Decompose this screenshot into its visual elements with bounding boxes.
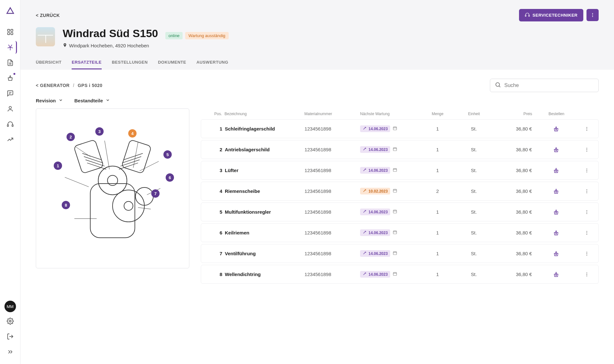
svg-line-34 xyxy=(122,157,141,163)
maintenance-pill: 14.06.2023 xyxy=(360,146,390,153)
svg-rect-21 xyxy=(529,15,530,16)
diagram-marker-3[interactable]: 3 xyxy=(95,127,104,136)
cell-menge: 2 xyxy=(421,188,454,194)
col-pos: Pos. xyxy=(206,112,222,116)
order-button[interactable] xyxy=(534,230,578,236)
table-row[interactable]: 7Ventilführung123456189814.06.20231St.36… xyxy=(201,244,599,263)
search-box[interactable] xyxy=(490,79,599,92)
svg-rect-16 xyxy=(7,125,8,127)
wrench-icon xyxy=(363,126,366,131)
header-more-button[interactable] xyxy=(586,9,599,21)
row-more-button[interactable] xyxy=(580,126,593,131)
row-more-button[interactable] xyxy=(580,251,593,256)
table-row[interactable]: 6Keilriemen123456189814.06.20231St.36,80… xyxy=(201,223,599,242)
table-row[interactable]: 8Wellendichtring123456189814.06.20231St.… xyxy=(201,265,599,284)
calendar-icon[interactable] xyxy=(393,251,397,256)
order-button[interactable] xyxy=(534,271,578,278)
cell-pos: 3 xyxy=(206,168,222,173)
cell-menge: 1 xyxy=(421,168,454,173)
cell-material: 1234561898 xyxy=(304,209,358,215)
diagram-marker-8[interactable]: 8 xyxy=(62,201,70,209)
order-button[interactable] xyxy=(534,250,578,257)
nav-basket[interactable] xyxy=(4,72,17,84)
order-button[interactable] xyxy=(534,167,578,174)
table-row[interactable]: 2Antriebslagerschild123456189814.06.2023… xyxy=(201,140,599,159)
svg-line-8 xyxy=(10,45,12,47)
row-more-button[interactable] xyxy=(580,230,593,235)
calendar-icon[interactable] xyxy=(393,230,397,235)
calendar-icon[interactable] xyxy=(393,126,397,131)
svg-line-29 xyxy=(82,154,101,160)
row-more-button[interactable] xyxy=(580,272,593,277)
cell-name: Ventilführung xyxy=(225,251,302,256)
nav-analytics[interactable] xyxy=(4,133,17,146)
nav-dashboard[interactable] xyxy=(4,26,17,38)
diagram-marker-1[interactable]: 1 xyxy=(54,162,62,170)
diagram-marker-7[interactable]: 7 xyxy=(151,189,160,198)
row-more-button[interactable] xyxy=(580,147,593,152)
nav-support[interactable] xyxy=(4,118,17,131)
filter-bestandteile[interactable]: Bestandteile xyxy=(75,98,110,103)
cell-einheit: St. xyxy=(457,230,491,235)
diagram-marker-2[interactable]: 2 xyxy=(67,133,75,141)
nav-user[interactable] xyxy=(4,102,17,115)
breadcrumb[interactable]: < GENERATOR / GPS i 5020 xyxy=(36,83,102,88)
servicetechniker-button[interactable]: SERVICETECHNIKER xyxy=(519,9,583,21)
svg-rect-99 xyxy=(393,252,397,255)
tab-dokumente[interactable]: DOKUMENTE xyxy=(158,56,186,69)
cell-einheit: St. xyxy=(457,209,491,215)
calendar-icon[interactable] xyxy=(393,188,397,194)
nav-messages[interactable] xyxy=(4,87,17,100)
diagram-marker-5[interactable]: 5 xyxy=(163,150,172,159)
svg-point-112 xyxy=(586,273,587,273)
cell-preis: 36,80 € xyxy=(493,272,532,277)
calendar-icon[interactable] xyxy=(393,209,397,215)
nav-settings[interactable] xyxy=(4,315,17,328)
diagram-marker-6[interactable]: 6 xyxy=(166,173,174,182)
diagram-marker-4[interactable]: 4 xyxy=(128,129,137,138)
order-button[interactable] xyxy=(534,146,578,153)
order-button[interactable] xyxy=(534,209,578,215)
calendar-icon[interactable] xyxy=(393,147,397,152)
cell-material: 1234561898 xyxy=(304,126,358,131)
nav-logout[interactable] xyxy=(4,330,17,343)
svg-point-39 xyxy=(124,202,133,210)
maintenance-pill: 14.06.2023 xyxy=(360,229,390,236)
nav-documents[interactable] xyxy=(4,56,17,69)
row-more-button[interactable] xyxy=(580,168,593,173)
col-einheit: Einheit xyxy=(457,112,491,116)
filter-revision-label: Revision xyxy=(36,98,56,103)
tab-auswertung[interactable]: AUSWERTUNG xyxy=(196,56,228,69)
table-row[interactable]: 3Lüfter123456189814.06.20231St.36,80 € xyxy=(201,161,599,180)
table-row[interactable]: 1Schleifringlagerschild123456189814.06.2… xyxy=(201,119,599,138)
svg-point-98 xyxy=(586,234,587,234)
calendar-icon[interactable] xyxy=(393,272,397,277)
maintenance-pill: 14.06.2023 xyxy=(360,250,390,257)
svg-point-87 xyxy=(556,212,557,213)
nav-windrad[interactable] xyxy=(4,41,17,54)
filter-revision[interactable]: Revision xyxy=(36,98,63,103)
row-more-button[interactable] xyxy=(580,210,593,215)
nav-expand[interactable] xyxy=(4,345,17,358)
tab-bestellungen[interactable]: BESTELLUNGEN xyxy=(112,56,148,69)
order-button[interactable] xyxy=(534,188,578,194)
breadcrumb-parent[interactable]: < GENERATOR xyxy=(36,83,70,88)
tab-ersatzteile[interactable]: ERSATZTEILE xyxy=(72,56,101,69)
cell-preis: 36,80 € xyxy=(493,147,532,152)
table-row[interactable]: 4Riemenscheibe123456189810.02.20232St.36… xyxy=(201,182,599,201)
svg-rect-17 xyxy=(12,125,13,127)
col-preis: Preis xyxy=(493,112,532,116)
row-more-button[interactable] xyxy=(580,189,593,194)
back-link[interactable]: < ZURÜCK xyxy=(36,13,60,18)
search-input[interactable] xyxy=(504,83,594,88)
cell-name: Lüfter xyxy=(225,168,302,173)
svg-point-95 xyxy=(556,233,557,234)
svg-rect-3 xyxy=(11,29,12,31)
table-row[interactable]: 5Multifunktionsregler123456189814.06.202… xyxy=(201,202,599,221)
svg-rect-75 xyxy=(393,189,397,192)
calendar-icon[interactable] xyxy=(393,168,397,173)
order-button[interactable] xyxy=(534,126,578,132)
user-avatar[interactable]: MM xyxy=(4,301,16,312)
tab-uebersicht[interactable]: ÜBERSICHT xyxy=(36,56,61,69)
svg-rect-5 xyxy=(11,33,12,35)
